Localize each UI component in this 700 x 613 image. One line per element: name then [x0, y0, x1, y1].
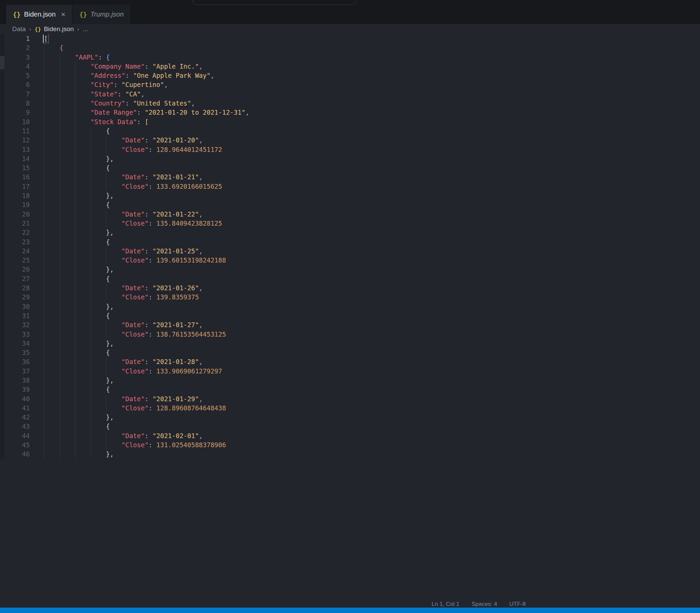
indent-guide — [75, 247, 76, 256]
breadcrumb-folder[interactable]: Data — [12, 25, 26, 33]
code-line[interactable]: 27 { — [0, 274, 700, 284]
code-line[interactable]: 20 "Date": "2021-01-22", — [0, 210, 700, 219]
code-line[interactable]: 15 { — [0, 164, 700, 172]
code-line[interactable]: 24 "Date": "2021-01-25", — [0, 247, 700, 256]
indent-guide — [75, 274, 76, 284]
code-line[interactable]: 28 "Date": "2021-01-26", — [0, 284, 700, 292]
code-line[interactable]: 19 { — [0, 200, 700, 209]
code-text: [ — [44, 34, 48, 43]
indent-guide — [90, 394, 91, 404]
code-line[interactable]: 33 "Close": 138.76153564453125 — [0, 330, 700, 339]
code-line[interactable]: 37 "Close": 133.9069061279297 — [0, 367, 700, 376]
code-line[interactable]: 2 { — [0, 43, 700, 52]
indent-guide — [75, 200, 76, 209]
line-number: 21 — [0, 219, 30, 228]
indent-guide — [90, 367, 91, 376]
code-line[interactable]: 18 }, — [0, 191, 700, 200]
tab-trump-json[interactable]: {} Trump.json — [73, 5, 131, 24]
json-braces-icon: {} — [79, 11, 87, 18]
code-text: "Close": 131.02540588378906 — [44, 441, 226, 449]
code-line[interactable]: 34 }, — [0, 339, 700, 348]
code-text: "Close": 138.76153564453125 — [44, 330, 226, 339]
code-line[interactable]: 32 "Date": "2021-01-27", — [0, 321, 700, 329]
line-number: 11 — [0, 127, 30, 136]
code-line[interactable]: 8 "Country": "United States", — [0, 99, 700, 108]
indent-guide — [90, 191, 91, 200]
indent-guide — [44, 367, 44, 376]
line-number: 44 — [0, 431, 30, 441]
indent-guide — [75, 311, 76, 321]
code-editor[interactable]: 1[2 {3 "AAPL": {4 "Company Name": "Apple… — [0, 34, 700, 608]
indent-guide — [44, 117, 44, 127]
code-area[interactable]: 1[2 {3 "AAPL": {4 "Company Name": "Apple… — [0, 34, 700, 459]
code-line[interactable]: 7 "State": "CA", — [0, 90, 700, 99]
code-line[interactable]: 16 "Date": "2021-01-21", — [0, 172, 700, 182]
code-line[interactable]: 6 "City": "Cupertino", — [0, 80, 700, 89]
indent-guide — [44, 136, 44, 145]
code-line[interactable]: 29 "Close": 139.8359375 — [0, 292, 700, 302]
code-line[interactable]: 10 "Stock Data": [ — [0, 117, 700, 127]
code-line[interactable]: 11 { — [0, 127, 700, 136]
line-number: 8 — [0, 99, 30, 108]
code-line[interactable]: 21 "Close": 135.8409423828125 — [0, 219, 700, 228]
code-line[interactable]: 38 }, — [0, 376, 700, 385]
indent-guide — [75, 154, 76, 164]
status-cursor-position[interactable]: Ln 1, Col 1 — [432, 601, 459, 608]
code-line[interactable]: 22 }, — [0, 228, 700, 237]
code-text: { — [44, 237, 110, 247]
breadcrumb-file[interactable]: Biden.json — [44, 25, 74, 33]
indent-guide — [75, 164, 76, 172]
indent-guide — [90, 237, 91, 247]
code-line[interactable]: 1[ — [0, 34, 700, 43]
line-number: 38 — [0, 376, 30, 385]
indent-guide — [60, 247, 60, 256]
code-line[interactable]: 23 { — [0, 237, 700, 247]
code-line[interactable]: 42 }, — [0, 413, 700, 422]
code-line[interactable]: 31 { — [0, 311, 700, 321]
code-line[interactable]: 25 "Close": 139.60153198242188 — [0, 256, 700, 265]
command-center[interactable] — [192, 0, 357, 5]
code-text: "Date": "2021-01-22", — [44, 210, 203, 219]
indent-guide — [44, 441, 44, 449]
code-line[interactable]: 39 { — [0, 385, 700, 394]
code-line[interactable]: 14 }, — [0, 154, 700, 164]
indent-guide — [44, 200, 44, 209]
code-line[interactable]: 46 }, — [0, 449, 700, 459]
indent-guide — [90, 274, 91, 284]
indent-guide — [44, 228, 44, 237]
indent-guide — [44, 376, 44, 385]
code-text: "Date Range": "2021-01-20 to 2021-12-31"… — [44, 108, 249, 117]
code-line[interactable]: 35 { — [0, 348, 700, 357]
code-line[interactable]: 3 "AAPL": { — [0, 53, 700, 62]
tab-label: Trump.json — [90, 11, 124, 18]
indent-guide — [75, 357, 76, 366]
line-number: 1 — [0, 34, 30, 43]
code-line[interactable]: 17 "Close": 133.6920166015625 — [0, 182, 700, 191]
close-tab-icon[interactable]: × — [61, 11, 65, 18]
status-indentation[interactable]: Spaces: 4 — [472, 601, 497, 608]
indent-guide — [44, 127, 44, 136]
code-line[interactable]: 9 "Date Range": "2021-01-20 to 2021-12-3… — [0, 108, 700, 117]
code-text: "Close": 135.8409423828125 — [44, 219, 222, 228]
indent-guide — [90, 200, 91, 209]
code-line[interactable]: 4 "Company Name": "Apple Inc.", — [0, 62, 700, 71]
line-number: 23 — [0, 237, 30, 247]
code-line[interactable]: 26 }, — [0, 265, 700, 274]
breadcrumb-more[interactable]: ... — [82, 25, 88, 33]
code-line[interactable]: 5 "Address": "One Apple Park Way", — [0, 71, 700, 80]
code-line[interactable]: 13 "Close": 128.9644012451172 — [0, 145, 700, 154]
indent-guide — [75, 117, 76, 127]
code-line[interactable]: 44 "Date": "2021-02-01", — [0, 431, 700, 441]
code-line[interactable]: 41 "Close": 128.89608764648438 — [0, 404, 700, 413]
code-line[interactable]: 30 }, — [0, 302, 700, 311]
status-encoding[interactable]: UTF-8 — [509, 601, 526, 608]
code-line[interactable]: 43 { — [0, 422, 700, 431]
code-line[interactable]: 45 "Close": 131.02540588378906 — [0, 441, 700, 449]
line-number: 29 — [0, 292, 30, 302]
tab-biden-json[interactable]: {} Biden.json × — [6, 5, 73, 24]
code-line[interactable]: 36 "Date": "2021-01-28", — [0, 357, 700, 366]
code-line[interactable]: 12 "Date": "2021-01-20", — [0, 136, 700, 145]
indent-guide — [60, 413, 60, 422]
code-line[interactable]: 40 "Date": "2021-01-29", — [0, 394, 700, 404]
indent-guide — [90, 292, 91, 302]
